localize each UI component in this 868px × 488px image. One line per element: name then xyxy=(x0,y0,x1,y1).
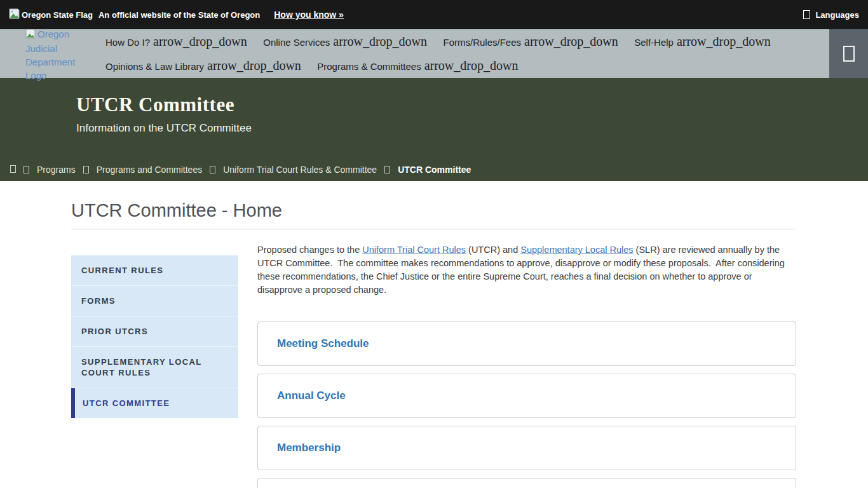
supplementary-local-rules-link[interactable]: Supplementary Local Rules xyxy=(520,245,633,255)
sidebar-item-supplementary-local-court-rules[interactable]: SUPPLEMENTARY LOCAL COURT RULES xyxy=(71,347,238,388)
logo-link[interactable]: Oregon Judicial Department Logo xyxy=(25,27,90,82)
breadcrumb-item-programs[interactable]: Programs xyxy=(37,165,76,175)
sidebar-item-utcr-committee[interactable]: UTCR COMMITTEE xyxy=(71,388,238,418)
breadcrumb-separator-icon xyxy=(384,166,390,173)
panel-title: Annual Cycle xyxy=(277,390,346,402)
nav-item-label: Forms/Rules/Fees xyxy=(443,37,521,48)
dropdown-arrow-icon: arrow_drop_down xyxy=(677,34,771,48)
sidebar-item-forms[interactable]: FORMS xyxy=(71,286,238,316)
dropdown-arrow-icon: arrow_drop_down xyxy=(333,34,427,48)
languages-button[interactable]: Languages xyxy=(803,10,859,20)
logo-broken-image-icon xyxy=(25,29,36,42)
breadcrumb-separator-icon xyxy=(24,166,29,173)
nav-item-label: Self-Help xyxy=(634,37,674,48)
nav-item-forms-rules-fees[interactable]: Forms/Rules/Feesarrow_drop_down xyxy=(443,29,618,55)
sidebar-item-prior-utcrs[interactable]: PRIOR UTCRS xyxy=(71,316,238,347)
official-state-bar: Oregon State Flag An official website of… xyxy=(0,0,868,29)
how-you-know-link[interactable]: How you know » xyxy=(274,10,344,20)
official-website-text: An official website of the State of Oreg… xyxy=(98,10,260,20)
intro-text: (UTCR) and xyxy=(466,245,520,255)
hero-subtitle: Information on the UTCR Committee xyxy=(76,122,868,135)
languages-label: Languages xyxy=(815,10,859,20)
intro-text: Proposed changes to the xyxy=(257,245,362,255)
nav-item-label: Programs & Committees xyxy=(317,61,421,72)
breadcrumb-separator-icon xyxy=(210,166,215,173)
flag-alt-text: Oregon State Flag xyxy=(22,10,93,20)
search-button[interactable] xyxy=(829,29,868,78)
uniform-trial-court-rules-link[interactable]: Uniform Trial Court Rules xyxy=(362,245,466,255)
panel-title: Membership xyxy=(277,442,341,454)
section-sidebar: CURRENT RULES FORMS PRIOR UTCRS SUPPLEME… xyxy=(71,255,238,488)
dropdown-arrow-icon: arrow_drop_down xyxy=(153,34,247,48)
nav-item-online-services[interactable]: Online Servicesarrow_drop_down xyxy=(263,29,427,55)
home-icon xyxy=(10,165,16,173)
nav-item-label: How Do I? xyxy=(105,37,150,48)
content-column: Proposed changes to the Uniform Trial Co… xyxy=(257,243,796,488)
nav-item-programs-committees[interactable]: Programs & Committeesarrow_drop_down xyxy=(317,53,518,79)
title-divider xyxy=(71,229,796,229)
breadcrumb-separator-icon xyxy=(83,166,89,173)
nav-menu-row-1: How Do I?arrow_drop_down Online Services… xyxy=(105,29,784,53)
panel-annual-cycle[interactable]: Annual Cycle xyxy=(257,374,796,418)
panel-title: Meeting Schedule xyxy=(277,337,369,350)
hero: UTCR Committee Information on the UTCR C… xyxy=(0,78,868,158)
content-columns: CURRENT RULES FORMS PRIOR UTCRS SUPPLEME… xyxy=(71,243,796,488)
nav-item-label: Online Services xyxy=(263,37,330,48)
breadcrumb-item-utcr-rules-committee[interactable]: Uniform Trial Court Rules & Committee xyxy=(223,165,377,175)
language-globe-icon xyxy=(803,10,810,19)
nav-item-self-help[interactable]: Self-Helparrow_drop_down xyxy=(634,29,770,55)
dropdown-arrow-icon: arrow_drop_down xyxy=(524,34,618,48)
intro-paragraph: Proposed changes to the Uniform Trial Co… xyxy=(257,243,796,297)
hero-band: UTCR Committee Information on the UTCR C… xyxy=(0,78,868,181)
breadcrumb: Programs Programs and Committees Uniform… xyxy=(0,158,868,181)
nav-item-label: Opinions & Law Library xyxy=(105,61,204,72)
sidebar-item-current-rules[interactable]: CURRENT RULES xyxy=(71,255,238,286)
nav-item-how-do-i[interactable]: How Do I?arrow_drop_down xyxy=(105,29,247,55)
breadcrumb-home-icon[interactable] xyxy=(10,165,16,175)
accordion-panels: Meeting Schedule Annual Cycle Membership xyxy=(257,322,796,488)
breadcrumb-current-page: UTCR Committee xyxy=(398,165,471,175)
hero-title: UTCR Committee xyxy=(76,93,868,116)
main-navbar: Oregon Judicial Department Logo How Do I… xyxy=(0,29,868,78)
nav-menu-row-2: Opinions & Law Libraryarrow_drop_down Pr… xyxy=(105,53,784,78)
dropdown-arrow-icon: arrow_drop_down xyxy=(207,58,301,72)
panel-membership[interactable]: Membership xyxy=(257,426,796,470)
page-title: UTCR Committee - Home xyxy=(71,181,796,221)
breadcrumb-item-programs-and-committees[interactable]: Programs and Committees xyxy=(97,165,203,175)
panel-meeting-schedule[interactable]: Meeting Schedule xyxy=(257,322,796,366)
nav-item-opinions-law-library[interactable]: Opinions & Law Libraryarrow_drop_down xyxy=(105,53,301,79)
sidebar-menu: CURRENT RULES FORMS PRIOR UTCRS SUPPLEME… xyxy=(71,255,238,418)
dropdown-arrow-icon: arrow_drop_down xyxy=(424,58,519,72)
panel-partial-bottom[interactable] xyxy=(257,478,796,488)
nav-menu: How Do I?arrow_drop_down Online Services… xyxy=(105,29,784,78)
search-icon xyxy=(843,46,855,62)
flag-broken-image-icon xyxy=(9,8,20,21)
main-content: UTCR Committee - Home CURRENT RULES FORM… xyxy=(0,181,868,488)
